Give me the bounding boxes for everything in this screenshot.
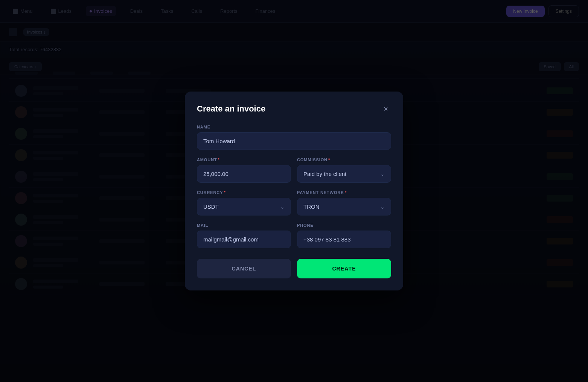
payment-network-field-group: PAYMENT NETWORK* TRON ⌄ xyxy=(297,190,391,215)
currency-select-wrapper: USDT ⌄ xyxy=(197,198,291,215)
payment-network-select-wrapper: TRON ⌄ xyxy=(297,198,391,215)
amount-label: AMOUNT* xyxy=(197,157,291,162)
payment-network-select[interactable]: TRON ⌄ xyxy=(297,198,391,215)
currency-network-row: CURRENCY* USDT ⌄ PAYMENT NETWORK* TRON ⌄ xyxy=(197,190,391,215)
commission-label: COMMISSION* xyxy=(297,157,391,162)
modal-close-button[interactable]: × xyxy=(381,104,391,114)
commission-select-wrapper: Paid by the client ⌄ xyxy=(297,165,391,183)
mail-phone-row: MAIL PHONE xyxy=(197,223,391,248)
currency-selected-value: USDT xyxy=(203,203,219,210)
mail-field-group: MAIL xyxy=(197,223,291,248)
commission-field-group: COMMISSION* Paid by the client ⌄ xyxy=(297,157,391,183)
currency-field-group: CURRENCY* USDT ⌄ xyxy=(197,190,291,215)
create-button[interactable]: CREATE xyxy=(297,259,391,278)
modal-actions: CANCEL CREATE xyxy=(197,259,391,278)
amount-input[interactable] xyxy=(197,165,291,183)
name-input[interactable] xyxy=(197,132,391,150)
phone-label: PHONE xyxy=(297,223,391,228)
amount-commission-row: AMOUNT* COMMISSION* Paid by the client ⌄ xyxy=(197,157,391,183)
amount-field-group: AMOUNT* xyxy=(197,157,291,183)
mail-label: MAIL xyxy=(197,223,291,228)
modal-title: Create an invoice xyxy=(197,104,265,114)
currency-label: CURRENCY* xyxy=(197,190,291,195)
modal-header: Create an invoice × xyxy=(197,104,391,114)
phone-field-group: PHONE xyxy=(297,223,391,248)
payment-network-selected-value: TRON xyxy=(303,203,320,210)
commission-select[interactable]: Paid by the client ⌄ xyxy=(297,165,391,183)
create-invoice-modal: Create an invoice × NAME AMOUNT* COMMISS… xyxy=(185,92,403,290)
commission-chevron-icon: ⌄ xyxy=(380,171,385,177)
name-label: NAME xyxy=(197,125,391,129)
mail-input[interactable] xyxy=(197,231,291,248)
payment-network-label: PAYMENT NETWORK* xyxy=(297,190,391,195)
modal-overlay: Create an invoice × NAME AMOUNT* COMMISS… xyxy=(0,0,588,382)
cancel-button[interactable]: CANCEL xyxy=(197,259,291,278)
currency-chevron-icon: ⌄ xyxy=(280,204,285,210)
currency-select[interactable]: USDT ⌄ xyxy=(197,198,291,215)
payment-network-chevron-icon: ⌄ xyxy=(380,204,385,210)
name-field-group: NAME xyxy=(197,125,391,150)
commission-selected-value: Paid by the client xyxy=(303,171,346,177)
phone-input[interactable] xyxy=(297,231,391,248)
